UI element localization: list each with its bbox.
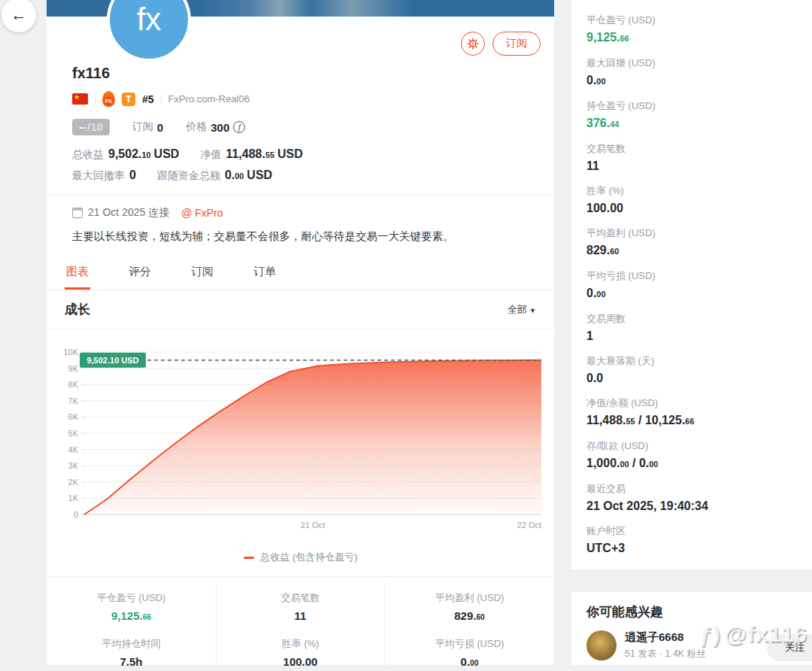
stats-sidebar: 平仓盈亏 (USD)9,125.66最大回撤 (USD)0.00持仓盈亏 (US… [571, 0, 812, 569]
svg-text:2K: 2K [68, 478, 79, 487]
tab-chart[interactable]: 图表 [65, 257, 90, 290]
overview-stats: 总收益9,502.10USD净值11,488.55USD最大回撤率0跟随资金总额… [72, 147, 529, 183]
svg-text:21 Oct: 21 Oct [301, 521, 325, 530]
svg-text:4K: 4K [68, 445, 79, 454]
header-actions: 订阅 [461, 32, 541, 56]
profile-body: fx116 ★ PK T #5 FxPro.com-Real06 --/10 订… [47, 65, 554, 244]
tab-bar: 图表评分订阅订单 [47, 257, 554, 290]
coin-icon: ƒ [233, 121, 245, 133]
score-row: --/10 订阅0 价格300 ƒ [72, 119, 529, 135]
price: 价格300 ƒ [186, 120, 245, 134]
summary-stats-grid: 平仓盈亏 (USD)9,125.66交易笔数11平均盈利 (USD)829.60… [47, 576, 554, 671]
settings-button[interactable] [461, 32, 485, 56]
overview-stat: 净值11,488.55USD [200, 147, 302, 162]
sidebar-stat: 平均盈利 (USD)829.60 [586, 227, 801, 258]
svg-text:7K: 7K [68, 396, 79, 405]
avatar: fx [107, 0, 191, 62]
summary-stat: 平均持仓时间7.5h [47, 629, 216, 671]
summary-stat: 平仓盈亏 (USD)9,125.66 [47, 583, 216, 629]
subscriber-count: 订阅0 [132, 120, 163, 134]
trader-name: fx116 [72, 65, 529, 82]
divider [95, 94, 95, 105]
suggested-user-name: 逍遥子6668 [625, 630, 706, 645]
sidebar-stat: 平仓盈亏 (USD)9,125.66 [586, 14, 801, 45]
sidebar-stat: 最大衰落期 (天)0.0 [586, 355, 801, 385]
growth-chart: 01K2K3K4K5K6K7K8K9K10K21 Oct22 Oct9,502.… [47, 329, 554, 576]
back-button[interactable]: ← [2, 0, 36, 32]
legend-label: 总收益 (包含持仓盈亏) [260, 551, 357, 564]
sidebar-stat: 最近交易21 Oct 2025, 19:40:34 [586, 483, 801, 513]
avatar-text: fx [137, 2, 162, 38]
svg-text:22 Oct: 22 Oct [517, 521, 541, 530]
sidebar-stat: 交易周数1 [586, 313, 801, 343]
badge-row: ★ PK T #5 FxPro.com-Real06 [72, 91, 529, 107]
rank-label: #5 [142, 93, 154, 105]
svg-text:1K: 1K [68, 493, 79, 502]
summary-stat: 交易笔数11 [216, 583, 385, 629]
subscribe-button[interactable]: 订阅 [492, 32, 541, 56]
score-value: -- [79, 120, 86, 133]
svg-text:3K: 3K [68, 461, 79, 470]
growth-header: 成长 全部▼ [47, 290, 554, 329]
pk-badge-icon: PK [102, 91, 115, 107]
tab-subscription[interactable]: 订阅 [189, 257, 215, 290]
score-badge: --/10 [72, 119, 110, 135]
connected-date: 21 Oct 2025 连接 [88, 206, 169, 220]
suggestions-card: 你可能感兴趣 逍遥子6668 51 发表 · 1.4K 粉丝 关注 [571, 592, 812, 665]
score-suffix: /10 [87, 120, 103, 133]
svg-text:9,502.10 USD: 9,502.10 USD [86, 356, 138, 365]
overview-stat: 总收益9,502.10USD [72, 147, 179, 162]
legend-line-icon [244, 557, 254, 559]
account-name: FxPro.com-Real06 [168, 93, 250, 105]
sidebar-stat: 交易笔数11 [586, 143, 801, 173]
sidebar-stat: 最大回撤 (USD)0.00 [586, 57, 801, 88]
suggested-user-avatar [586, 630, 617, 660]
sidebar-stat: 账户时区UTC+3 [586, 525, 801, 555]
suggestions-title: 你可能感兴趣 [586, 603, 812, 621]
sidebar-stat: 胜率 (%)100.00 [586, 185, 801, 215]
t-badge-icon: T [122, 93, 135, 106]
range-filter-dropdown[interactable]: 全部▼ [508, 303, 536, 317]
svg-text:0: 0 [74, 510, 78, 519]
calendar-icon [72, 208, 83, 218]
trader-bio: 主要以长线投资，短线为辅；交易量不会很多，耐心等待是交易一大关键要素。 [72, 229, 529, 244]
follow-button[interactable]: 关注 [767, 634, 812, 661]
broker-link[interactable]: @ FxPro [181, 207, 223, 219]
sidebar-stat: 存/取款 (USD)1,000.00 / 0.00 [586, 440, 801, 471]
sidebar-stat: 持仓盈亏 (USD)376.44 [586, 100, 801, 131]
summary-stat: 平均亏损 (USD)0.00 [385, 629, 554, 671]
summary-stat: 平均盈利 (USD)829.60 [385, 583, 554, 629]
sidebar-stat: 平均亏损 (USD)0.00 [586, 270, 801, 301]
divider [47, 195, 554, 196]
overview-stat: 跟随资金总额0.00USD [157, 169, 272, 183]
tab-orders[interactable]: 订单 [252, 257, 277, 290]
suggested-user-meta: 51 发表 · 1.4K 粉丝 [625, 648, 706, 660]
svg-text:8K: 8K [68, 380, 79, 389]
divider [161, 94, 162, 105]
summary-stat: 胜率 (%)100.00 [216, 629, 385, 671]
svg-text:6K: 6K [68, 412, 79, 421]
connected-row: 21 Oct 2025 连接 @ FxPro [72, 206, 529, 220]
area-chart: 01K2K3K4K5K6K7K8K9K10K21 Oct22 Oct9,502.… [51, 340, 547, 542]
gear-icon [466, 37, 480, 50]
tab-rating[interactable]: 评分 [127, 257, 153, 290]
svg-text:5K: 5K [68, 429, 79, 438]
chevron-down-icon: ▼ [529, 307, 536, 314]
chart-legend: 总收益 (包含持仓盈亏) [51, 551, 550, 576]
overview-row: 总收益9,502.10USD净值11,488.55USD [72, 147, 529, 162]
overview-row: 最大回撤率0跟随资金总额0.00USD [72, 169, 529, 183]
svg-text:9K: 9K [68, 364, 79, 373]
sidebar-stat: 净值/余额 (USD)11,488.55 / 10,125.66 [586, 397, 801, 428]
overview-stat: 最大回撤率0 [72, 169, 136, 183]
svg-text:10K: 10K [63, 348, 78, 357]
growth-title: 成长 [65, 301, 90, 318]
back-arrow-icon: ← [11, 6, 27, 24]
trader-profile-card: fx 订阅 fx116 ★ PK T #5 Fx [47, 0, 554, 665]
china-flag-icon: ★ [72, 93, 88, 105]
